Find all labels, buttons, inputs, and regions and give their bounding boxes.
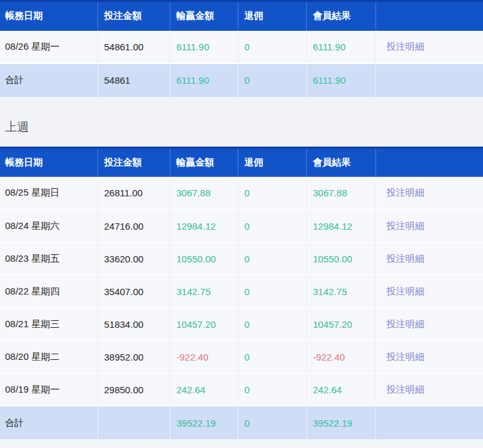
col-header-member-result: 會員結果 <box>306 1 375 31</box>
member-result-cell: 12984.12 <box>306 210 375 242</box>
total-result-cell: 6111.90 <box>306 64 375 97</box>
header-row: 帳務日期 投注金額 輸贏金額 退佣 會員結果 <box>0 147 483 177</box>
col-header-member-result: 會員結果 <box>306 147 375 177</box>
detail-link-cell: 投注明細 <box>375 242 483 275</box>
col-header-account-date: 帳務日期 <box>0 147 97 177</box>
total-label-cell: 合計 <box>0 64 97 97</box>
bet-amount-cell: 26811.00 <box>97 177 170 210</box>
commission-cell: 0 <box>238 31 306 64</box>
date-cell: 08/24 星期六 <box>0 210 97 242</box>
date-cell: 08/22 星期四 <box>0 275 97 308</box>
detail-link-cell: 投注明細 <box>375 373 483 406</box>
bet-details-link[interactable]: 投注明細 <box>387 384 425 395</box>
table-row: 08/25 星期日 26811.00 3067.88 0 3067.88 投注明… <box>0 177 483 210</box>
section-gap: 上週 <box>0 97 483 147</box>
table-row: 08/26 星期一 54861.00 6111.90 0 6111.90 投注明… <box>0 31 483 64</box>
bet-details-link[interactable]: 投注明細 <box>387 318 425 329</box>
date-cell: 08/19 星期一 <box>0 373 97 406</box>
member-result-cell: 3142.75 <box>306 275 375 308</box>
total-result-cell: 39522.19 <box>306 406 375 439</box>
winloss-cell: 10457.20 <box>170 308 238 340</box>
bet-amount-cell: 51834.00 <box>97 308 170 340</box>
table-header: 帳務日期 投注金額 輸贏金額 退佣 會員結果 <box>0 147 483 177</box>
detail-link-cell: 投注明細 <box>375 177 483 210</box>
detail-link-cell: 投注明細 <box>375 308 483 340</box>
total-row: 合計 54861 6111.90 0 6111.90 <box>0 64 483 97</box>
table-row: 08/22 星期四 35407.00 3142.75 0 3142.75 投注明… <box>0 275 483 308</box>
bet-amount-cell: 24716.00 <box>97 210 170 242</box>
total-commission-cell: 0 <box>238 406 306 439</box>
date-cell: 08/25 星期日 <box>0 177 97 210</box>
winloss-cell: 242.64 <box>170 373 238 406</box>
total-bet-cell: 54861 <box>97 64 170 97</box>
commission-cell: 0 <box>238 340 306 373</box>
table-row: 08/24 星期六 24716.00 12984.12 0 12984.12 投… <box>0 210 483 242</box>
bet-amount-cell: 33620.00 <box>97 242 170 275</box>
table-row: 08/21 星期三 51834.00 10457.20 0 10457.20 投… <box>0 308 483 340</box>
total-label-cell: 合計 <box>0 406 97 439</box>
member-result-cell: 242.64 <box>306 373 375 406</box>
bet-details-link[interactable]: 投注明細 <box>387 187 425 198</box>
commission-cell: 0 <box>238 275 306 308</box>
total-row: 合計 39522.19 0 39522.19 <box>0 406 483 439</box>
bet-details-link[interactable]: 投注明細 <box>387 253 425 264</box>
total-winloss-cell: 39522.19 <box>170 406 238 439</box>
winloss-cell: 10550.00 <box>170 242 238 275</box>
winloss-cell: 3067.88 <box>170 177 238 210</box>
total-commission-cell: 0 <box>238 64 306 97</box>
section-label-last-week: 上週 <box>5 119 29 135</box>
date-cell: 08/20 星期二 <box>0 340 97 373</box>
bet-amount-cell: 38952.00 <box>97 340 170 373</box>
bet-details-link[interactable]: 投注明細 <box>387 286 425 296</box>
winloss-cell: -922.40 <box>170 340 238 373</box>
detail-link-cell: 投注明細 <box>375 275 483 308</box>
table-row: 08/23 星期五 33620.00 10550.00 0 10550.00 投… <box>0 242 483 275</box>
commission-cell: 0 <box>238 242 306 275</box>
bet-amount-cell: 54861.00 <box>97 31 170 64</box>
total-winloss-cell: 6111.90 <box>170 64 238 97</box>
winloss-cell: 6111.90 <box>170 31 238 64</box>
bet-amount-cell: 35407.00 <box>97 275 170 308</box>
member-result-cell: 10550.00 <box>306 242 375 275</box>
bet-amount-cell: 29850.00 <box>97 373 170 406</box>
detail-link-cell: 投注明細 <box>375 210 483 242</box>
col-header-empty <box>375 147 483 177</box>
table-row: 08/19 星期一 29850.00 242.64 0 242.64 投注明細 <box>0 373 483 406</box>
settlement-table-lastweek: 帳務日期 投注金額 輸贏金額 退佣 會員結果 08/25 星期日 26811.0… <box>0 147 483 440</box>
total-empty-cell <box>375 406 483 439</box>
commission-cell: 0 <box>238 308 306 340</box>
table-header: 帳務日期 投注金額 輸贏金額 退佣 會員結果 <box>0 1 483 31</box>
table-body: 08/25 星期日 26811.00 3067.88 0 3067.88 投注明… <box>0 177 483 406</box>
winloss-cell: 12984.12 <box>170 210 238 242</box>
member-result-cell: -922.40 <box>306 340 375 373</box>
bet-details-link[interactable]: 投注明細 <box>387 220 425 231</box>
date-cell: 08/23 星期五 <box>0 242 97 275</box>
col-header-commission: 退佣 <box>238 1 306 31</box>
col-header-bet-amount: 投注金額 <box>97 1 170 31</box>
date-cell: 08/21 星期三 <box>0 308 97 340</box>
table-body: 08/26 星期一 54861.00 6111.90 0 6111.90 投注明… <box>0 31 483 64</box>
table-footer: 合計 54861 6111.90 0 6111.90 <box>0 64 483 97</box>
member-result-cell: 6111.90 <box>306 31 375 64</box>
commission-cell: 0 <box>238 177 306 210</box>
col-header-account-date: 帳務日期 <box>0 1 97 31</box>
member-result-cell: 10457.20 <box>306 308 375 340</box>
settlement-table-current: 帳務日期 投注金額 輸贏金額 退佣 會員結果 08/26 星期一 54861.0… <box>0 0 483 97</box>
col-header-commission: 退佣 <box>238 147 306 177</box>
table-row: 08/20 星期二 38952.00 -922.40 0 -922.40 投注明… <box>0 340 483 373</box>
date-cell: 08/26 星期一 <box>0 31 97 64</box>
bet-details-link[interactable]: 投注明細 <box>387 41 425 52</box>
total-empty-cell <box>375 64 483 97</box>
col-header-bet-amount: 投注金額 <box>97 147 170 177</box>
header-row: 帳務日期 投注金額 輸贏金額 退佣 會員結果 <box>0 1 483 31</box>
col-header-winloss-amount: 輸贏金額 <box>170 1 238 31</box>
table-footer: 合計 39522.19 0 39522.19 <box>0 406 483 439</box>
detail-link-cell: 投注明細 <box>375 340 483 373</box>
commission-cell: 0 <box>238 210 306 242</box>
commission-cell: 0 <box>238 373 306 406</box>
bet-details-link[interactable]: 投注明細 <box>387 351 425 362</box>
col-header-empty <box>375 1 483 31</box>
col-header-winloss-amount: 輸贏金額 <box>170 147 238 177</box>
total-bet-cell <box>97 406 170 439</box>
detail-link-cell: 投注明細 <box>375 31 483 64</box>
